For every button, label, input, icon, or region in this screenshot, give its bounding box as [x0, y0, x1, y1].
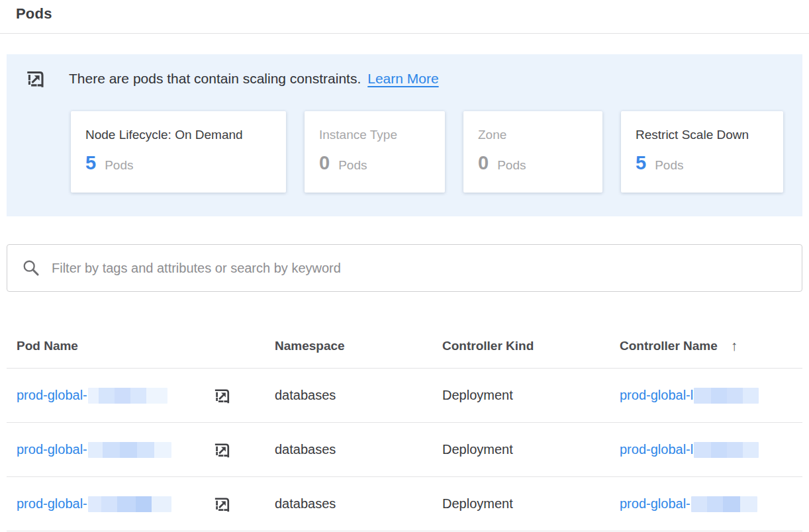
- col-header-controller-name[interactable]: Controller Name↑: [620, 338, 802, 354]
- learn-more-link[interactable]: Learn More: [367, 71, 438, 86]
- scale-out-icon: [25, 68, 46, 89]
- controller-kind-cell: Deployment: [442, 388, 620, 403]
- col-header-controller-kind[interactable]: Controller Kind: [442, 339, 620, 353]
- controller-name-link[interactable]: prod-global-: [620, 496, 690, 511]
- scale-out-icon[interactable]: [213, 495, 232, 513]
- card-count: 0: [319, 152, 330, 174]
- controller-name-cell: prod-global-l: [620, 442, 802, 458]
- scale-out-icon[interactable]: [213, 386, 232, 405]
- pods-table: Pod Name Namespace Controller Kind Contr…: [7, 324, 802, 531]
- col-header-label: Controller Name: [620, 339, 718, 353]
- card-node-lifecycle-on-demand[interactable]: Node Lifecycle: On Demand 5 Pods: [71, 111, 286, 193]
- title-divider: [0, 33, 809, 34]
- card-count: 5: [636, 152, 646, 174]
- table-row: prod-global- databases Deployment prod-g…: [7, 369, 802, 423]
- controller-name-cell: prod-global-l: [620, 388, 802, 404]
- col-header-pod-name[interactable]: Pod Name: [17, 339, 275, 353]
- table-row: prod-global- databases Deployment prod-g…: [7, 423, 802, 477]
- card-unit: Pods: [338, 158, 367, 173]
- namespace-cell: databases: [275, 496, 442, 511]
- page-title: Pods: [16, 5, 809, 22]
- card-unit: Pods: [105, 158, 133, 173]
- redacted-text: [694, 388, 759, 404]
- banner-message-wrap: There are pods that contain scaling cons…: [69, 71, 439, 87]
- card-instance-type[interactable]: Instance Type 0 Pods: [305, 111, 445, 193]
- scale-out-icon[interactable]: [213, 441, 232, 459]
- pod-name-cell: prod-global-: [17, 388, 275, 404]
- namespace-cell: databases: [275, 388, 442, 403]
- scaling-constraints-banner: There are pods that contain scaling cons…: [7, 54, 802, 216]
- sort-asc-icon[interactable]: ↑: [731, 338, 738, 354]
- constraint-cards: Node Lifecycle: On Demand 5 Pods Instanc…: [71, 111, 784, 193]
- pod-name-cell: prod-global-: [17, 496, 275, 512]
- redacted-text: [88, 496, 171, 512]
- pod-name-link[interactable]: prod-global-: [17, 496, 87, 511]
- controller-name-cell: prod-global-: [620, 496, 802, 512]
- table-header-row: Pod Name Namespace Controller Kind Contr…: [7, 324, 802, 369]
- card-unit: Pods: [655, 158, 683, 173]
- card-title: Instance Type: [319, 128, 430, 142]
- namespace-cell: databases: [275, 442, 442, 457]
- controller-name-link[interactable]: prod-global-l: [620, 442, 693, 457]
- card-title: Restrict Scale Down: [636, 128, 769, 142]
- filter-bar[interactable]: [7, 244, 802, 292]
- redacted-text: [88, 388, 167, 404]
- pod-name-link[interactable]: prod-global-: [17, 442, 87, 457]
- search-icon: [22, 259, 40, 277]
- controller-kind-cell: Deployment: [442, 442, 620, 457]
- pods-page: Pods There are pods that contain scaling…: [0, 0, 809, 532]
- redacted-text: [691, 496, 757, 512]
- card-title: Zone: [478, 128, 588, 142]
- card-count: 5: [85, 152, 96, 174]
- redacted-text: [88, 442, 171, 458]
- card-count: 0: [478, 152, 489, 174]
- card-zone[interactable]: Zone 0 Pods: [463, 111, 602, 193]
- banner-header: There are pods that contain scaling cons…: [25, 68, 784, 89]
- card-restrict-scale-down[interactable]: Restrict Scale Down 5 Pods: [621, 111, 783, 193]
- banner-message: There are pods that contain scaling cons…: [69, 71, 361, 86]
- card-unit: Pods: [497, 158, 526, 173]
- controller-name-link[interactable]: prod-global-l: [620, 388, 693, 402]
- search-input[interactable]: [52, 261, 787, 276]
- pod-name-link[interactable]: prod-global-: [17, 388, 87, 402]
- pod-name-cell: prod-global-: [17, 442, 275, 458]
- controller-kind-cell: Deployment: [442, 496, 620, 511]
- table-row: prod-global- databases Deployment prod-g…: [7, 477, 802, 531]
- card-title: Node Lifecycle: On Demand: [85, 128, 271, 142]
- col-header-namespace[interactable]: Namespace: [275, 339, 442, 353]
- redacted-text: [694, 442, 759, 458]
